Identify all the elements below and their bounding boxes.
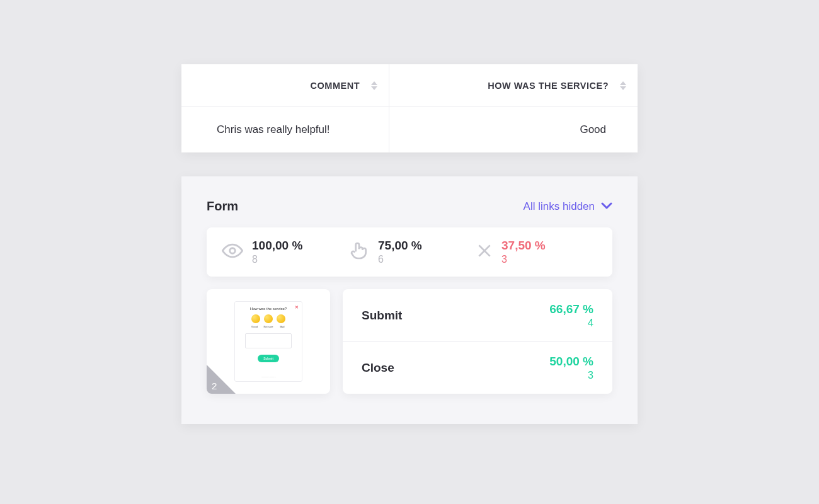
- summary-stats-card: 100,00 % 8 75,00 % 6 37,50 % 3: [207, 227, 612, 277]
- column-header-comment[interactable]: COMMENT: [181, 64, 389, 106]
- mini-footer: ·····················: [235, 375, 302, 379]
- stat-clicks: 75,00 % 6: [349, 239, 470, 265]
- pointer-icon: [349, 241, 369, 263]
- panel-title: Form: [207, 199, 238, 214]
- column-header-service[interactable]: HOW WAS THE SERVICE?: [389, 64, 638, 106]
- action-percent: 66,67 %: [549, 302, 593, 316]
- clicks-count: 6: [378, 254, 422, 265]
- preview-badge: 2: [212, 381, 217, 391]
- action-label: Close: [362, 361, 394, 375]
- form-analytics-panel: Form All links hidden 100,00 % 8 75,00 %: [181, 176, 638, 424]
- chevron-down-icon: [601, 200, 612, 213]
- emoji-bad-icon: [277, 314, 285, 323]
- table-header: COMMENT HOW WAS THE SERVICE?: [181, 64, 638, 107]
- views-percent: 100,00 %: [252, 239, 302, 253]
- responses-table: COMMENT HOW WAS THE SERVICE? Chris was r…: [181, 64, 638, 152]
- form-preview-card[interactable]: ✕ How was the service? Good Not sure Bad…: [207, 289, 330, 394]
- action-label: Submit: [362, 309, 402, 323]
- cell-comment: Chris was really helpful!: [181, 107, 389, 152]
- close-icon: [476, 243, 493, 261]
- action-count: 4: [549, 318, 593, 329]
- mini-textarea: [245, 333, 292, 348]
- closes-percent: 37,50 %: [501, 239, 546, 253]
- clicks-percent: 75,00 %: [378, 239, 422, 253]
- column-label: HOW WAS THE SERVICE?: [488, 81, 609, 91]
- mini-title: How was the service?: [239, 307, 298, 311]
- action-percent: 50,00 %: [549, 355, 593, 369]
- mini-close-icon: ✕: [295, 305, 299, 310]
- table-row[interactable]: Chris was really helpful! Good: [181, 107, 638, 152]
- action-row-close[interactable]: Close 50,00 % 3: [343, 341, 612, 394]
- mini-submit-button: Submit: [258, 355, 279, 362]
- mini-option-label: Not sure: [263, 325, 274, 328]
- svg-point-0: [230, 248, 236, 254]
- sort-icon[interactable]: [371, 81, 377, 90]
- column-label: COMMENT: [311, 81, 360, 91]
- closes-count: 3: [501, 254, 546, 265]
- eye-icon: [222, 240, 243, 264]
- emoji-good-icon: [251, 314, 260, 323]
- views-count: 8: [252, 254, 302, 265]
- mini-option-label: Good: [249, 325, 260, 328]
- sort-icon[interactable]: [620, 81, 626, 90]
- stat-closes: 37,50 % 3: [476, 239, 597, 265]
- toggle-label: All links hidden: [524, 200, 595, 213]
- links-visibility-toggle[interactable]: All links hidden: [524, 200, 612, 213]
- action-row-submit[interactable]: Submit 66,67 % 4: [343, 289, 612, 341]
- panel-header: Form All links hidden: [207, 199, 612, 214]
- stat-views: 100,00 % 8: [222, 239, 343, 265]
- emoji-neutral-icon: [264, 314, 273, 323]
- cell-service: Good: [389, 107, 638, 152]
- actions-breakdown-card: Submit 66,67 % 4 Close 50,00 % 3: [343, 289, 612, 394]
- action-count: 3: [549, 370, 593, 381]
- mini-option-label: Bad: [277, 325, 288, 328]
- mini-form-preview: ✕ How was the service? Good Not sure Bad…: [234, 301, 302, 382]
